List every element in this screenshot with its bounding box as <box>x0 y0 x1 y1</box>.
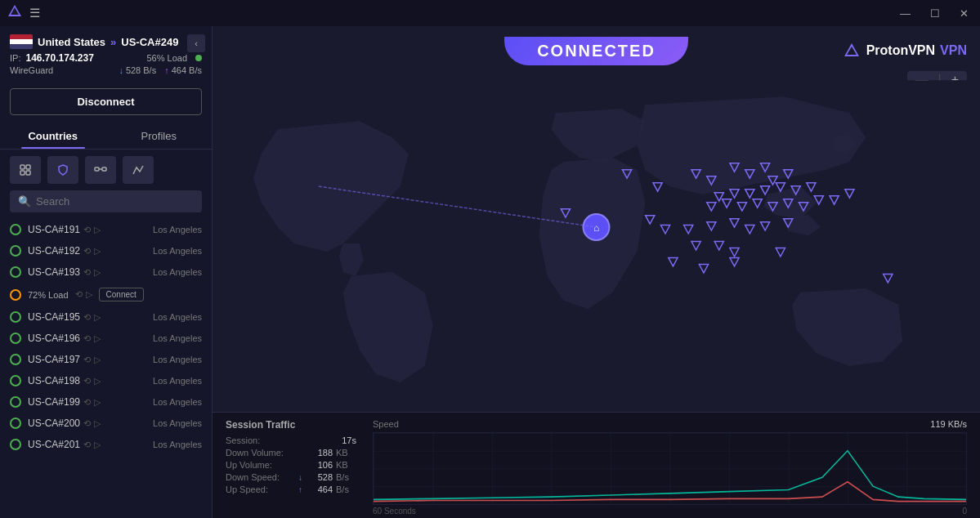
server-location-label: Los Angeles <box>153 267 202 277</box>
server-list-item[interactable]: US-CA#195⟲▷Los Angeles <box>0 306 212 328</box>
server-connect-icon[interactable]: ▷ <box>94 376 101 386</box>
server-list-item[interactable]: US-CA#198⟲▷Los Angeles <box>0 370 212 391</box>
server-name-label: US-CA#200 <box>28 418 80 429</box>
close-button[interactable]: ✕ <box>955 6 973 21</box>
country-flag <box>10 34 33 49</box>
server-name-label: US-CA#198 <box>28 375 80 386</box>
filter-tor-button[interactable] <box>123 156 154 184</box>
server-name-label: US-CA#201 <box>28 439 80 450</box>
stat-unit: B/s <box>336 472 356 482</box>
traffic-panel: Session Traffic Session:17sDown Volume:1… <box>213 412 980 518</box>
server-status-dot <box>10 266 21 278</box>
filter-p2p-button[interactable] <box>85 156 116 184</box>
server-list-item[interactable]: US-CA#192⟲▷Los Angeles <box>0 240 212 261</box>
traffic-title: Session Traffic <box>226 419 356 431</box>
server-location-label: Los Angeles <box>153 225 202 234</box>
traffic-stat-row: Up Speed:↑464 B/s <box>226 485 356 494</box>
server-connect-icon[interactable]: ▷ <box>94 355 101 365</box>
server-refresh-icon[interactable]: ⟲ <box>83 225 91 235</box>
server-refresh-icon[interactable]: ⟲ <box>83 333 91 344</box>
server-refresh-icon[interactable]: ⟲ <box>83 267 91 278</box>
up-arrow-icon: ↑ <box>164 65 169 75</box>
svg-text:⌂: ⌂ <box>593 222 599 234</box>
server-list-item[interactable]: US-CA#191⟲▷Los Angeles <box>0 219 212 240</box>
traffic-stat-row: Up Volume:106 KB <box>226 460 356 470</box>
server-refresh-icon[interactable]: ⟲ <box>83 312 91 323</box>
disconnect-button[interactable]: Disconnect <box>10 88 202 115</box>
server-connect-icon[interactable]: ▷ <box>94 267 101 278</box>
server-connect-button[interactable]: Connect <box>99 288 144 301</box>
server-load-badge: 72% Load <box>28 290 69 300</box>
server-refresh-icon[interactable]: ⟲ <box>83 355 91 365</box>
server-list-item[interactable]: US-CA#197⟲▷Los Angeles <box>0 349 212 370</box>
server-location-label: Los Angeles <box>153 246 202 256</box>
server-connect-icon[interactable]: ▷ <box>94 312 101 323</box>
server-status-dot <box>10 439 21 450</box>
server-connect-icon[interactable]: ▷ <box>94 418 101 429</box>
tab-countries[interactable]: Countries <box>0 123 106 149</box>
server-location-label: Los Angeles <box>153 312 202 322</box>
traffic-stat-row: Down Speed:↓528 B/s <box>226 472 356 482</box>
server-name-label: US-CA#195 <box>28 311 80 323</box>
server-connect-icon[interactable]: ▷ <box>86 289 92 300</box>
server-list: US-CA#191⟲▷Los AngelesUS-CA#192⟲▷Los Ang… <box>0 219 212 518</box>
server-action-icons: ⟲▷ <box>83 355 101 365</box>
server-list-item[interactable]: US-CA#199⟲▷Los Angeles <box>0 391 212 413</box>
stat-arrow-icon: ↓ <box>298 473 302 482</box>
server-connect-icon[interactable]: ▷ <box>94 225 101 235</box>
server-list-item[interactable]: 72% Load⟲▷Connect <box>0 283 212 306</box>
chart-left-label: 60 Seconds <box>373 507 416 516</box>
up-speed: 464 B/s <box>172 65 202 75</box>
server-list-item[interactable]: US-CA#200⟲▷Los Angeles <box>0 413 212 434</box>
protocol-name: WireGuard <box>10 65 53 75</box>
svg-rect-2 <box>20 165 25 169</box>
server-connect-icon[interactable]: ▷ <box>94 246 101 257</box>
server-list-item[interactable]: US-CA#201⟲▷Los Angeles <box>0 434 212 455</box>
server-connect-icon[interactable]: ▷ <box>94 440 101 450</box>
server-list-item[interactable]: US-CA#196⟲▷Los Angeles <box>0 328 212 349</box>
server-location-label: Los Angeles <box>153 418 202 428</box>
collapse-button[interactable]: ‹ <box>187 34 205 52</box>
load-indicator <box>195 55 202 61</box>
stat-unit: KB <box>336 460 356 470</box>
tab-profiles[interactable]: Profiles <box>106 123 213 149</box>
stat-label: Up Volume: <box>226 460 295 470</box>
server-connect-icon[interactable]: ▷ <box>94 333 101 344</box>
stat-value: 528 <box>318 472 333 482</box>
window-controls: — ☐ ✕ <box>895 6 973 21</box>
server-list-item[interactable]: US-CA#193⟲▷Los Angeles <box>0 261 212 283</box>
connected-badge: CONNECTED <box>504 37 688 65</box>
server-name-label: US-CA#191 <box>28 224 80 235</box>
country-name: United States <box>38 36 105 48</box>
minimize-button[interactable]: — <box>895 6 915 21</box>
traffic-stat-row: Down Volume:188 KB <box>226 448 356 458</box>
server-connect-icon[interactable]: ▷ <box>94 397 101 408</box>
map-area: CONNECTED ProtonVPN VPN — | + <box>213 26 980 518</box>
server-refresh-icon[interactable]: ⟲ <box>83 397 91 408</box>
maximize-button[interactable]: ☐ <box>925 6 945 21</box>
stat-arrow-icon: ↑ <box>298 485 302 494</box>
traffic-stat-row: Session:17s <box>226 435 356 445</box>
search-input[interactable] <box>36 195 194 208</box>
hamburger-icon[interactable]: ☰ <box>29 6 40 20</box>
server-action-icons: ⟲▷ <box>75 289 92 300</box>
svg-rect-6 <box>95 167 99 171</box>
server-name-label: US-CA#192 <box>28 245 80 257</box>
down-arrow-icon: ↓ <box>119 65 123 75</box>
protonvpn-text: ProtonVPN <box>866 43 935 58</box>
server-location-label: Los Angeles <box>153 333 202 343</box>
world-map[interactable]: ⌂ <box>213 75 980 412</box>
server-refresh-icon[interactable]: ⟲ <box>75 289 83 300</box>
filter-secure-button[interactable] <box>47 156 78 184</box>
load-value: 56% Load <box>146 53 187 63</box>
top-bar: CONNECTED ProtonVPN VPN <box>213 26 980 75</box>
search-icon: 🔍 <box>18 195 31 208</box>
server-refresh-icon[interactable]: ⟲ <box>83 376 91 386</box>
server-refresh-icon[interactable]: ⟲ <box>83 418 91 429</box>
filter-all-button[interactable] <box>10 156 41 184</box>
stat-label: Session: <box>226 435 295 445</box>
chart-container <box>373 432 967 505</box>
server-refresh-icon[interactable]: ⟲ <box>83 246 91 257</box>
chart-header: Speed 119 KB/s <box>373 419 967 429</box>
server-refresh-icon[interactable]: ⟲ <box>83 440 91 450</box>
